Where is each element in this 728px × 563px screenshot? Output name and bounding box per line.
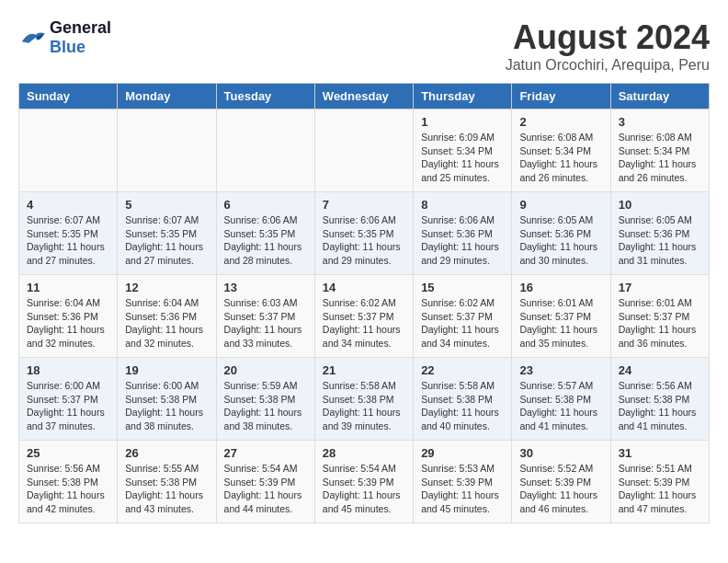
day-number: 7 xyxy=(323,198,405,212)
calendar-cell: 17Sunrise: 6:01 AM Sunset: 5:37 PM Dayli… xyxy=(610,275,709,358)
calendar-cell: 19Sunrise: 6:00 AM Sunset: 5:38 PM Dayli… xyxy=(118,358,216,441)
calendar-week-row: 11Sunrise: 6:04 AM Sunset: 5:36 PM Dayli… xyxy=(19,275,710,358)
calendar-cell: 25Sunrise: 5:56 AM Sunset: 5:38 PM Dayli… xyxy=(19,441,118,523)
day-number: 31 xyxy=(619,446,701,460)
day-info: Sunrise: 6:01 AM Sunset: 5:37 PM Dayligh… xyxy=(619,296,701,350)
calendar-cell: 29Sunrise: 5:53 AM Sunset: 5:39 PM Dayli… xyxy=(414,441,512,523)
calendar-cell: 16Sunrise: 6:01 AM Sunset: 5:37 PM Dayli… xyxy=(512,275,610,358)
calendar-cell: 8Sunrise: 6:06 AM Sunset: 5:36 PM Daylig… xyxy=(414,192,512,275)
day-number: 20 xyxy=(224,363,307,377)
day-info: Sunrise: 6:06 AM Sunset: 5:36 PM Dayligh… xyxy=(421,213,504,268)
day-number: 2 xyxy=(519,115,602,129)
calendar-cell: 23Sunrise: 5:57 AM Sunset: 5:38 PM Dayli… xyxy=(512,358,610,441)
header-tuesday: Tuesday xyxy=(216,84,314,109)
day-info: Sunrise: 5:58 AM Sunset: 5:38 PM Dayligh… xyxy=(421,379,504,433)
day-number: 4 xyxy=(27,198,109,212)
day-info: Sunrise: 6:04 AM Sunset: 5:36 PM Dayligh… xyxy=(27,296,109,350)
day-info: Sunrise: 5:54 AM Sunset: 5:39 PM Dayligh… xyxy=(224,462,307,516)
day-number: 26 xyxy=(125,446,208,460)
calendar-cell: 18Sunrise: 6:00 AM Sunset: 5:37 PM Dayli… xyxy=(19,358,118,441)
day-info: Sunrise: 6:07 AM Sunset: 5:35 PM Dayligh… xyxy=(27,213,109,268)
calendar-cell: 12Sunrise: 6:04 AM Sunset: 5:36 PM Dayli… xyxy=(118,275,216,358)
calendar-cell: 1Sunrise: 6:09 AM Sunset: 5:34 PM Daylig… xyxy=(414,109,512,192)
calendar-cell: 2Sunrise: 6:08 AM Sunset: 5:34 PM Daylig… xyxy=(512,109,610,192)
calendar-cell: 6Sunrise: 6:06 AM Sunset: 5:35 PM Daylig… xyxy=(216,192,314,275)
calendar-cell: 10Sunrise: 6:05 AM Sunset: 5:36 PM Dayli… xyxy=(610,192,709,275)
day-number: 15 xyxy=(421,281,504,294)
day-info: Sunrise: 6:02 AM Sunset: 5:37 PM Dayligh… xyxy=(323,296,405,350)
day-info: Sunrise: 6:09 AM Sunset: 5:34 PM Dayligh… xyxy=(421,131,504,185)
page-title: August 2024 xyxy=(506,18,710,57)
day-info: Sunrise: 6:00 AM Sunset: 5:37 PM Dayligh… xyxy=(27,379,109,433)
calendar-header-row: SundayMondayTuesdayWednesdayThursdayFrid… xyxy=(19,84,710,109)
calendar-cell: 27Sunrise: 5:54 AM Sunset: 5:39 PM Dayli… xyxy=(216,441,314,523)
day-number: 5 xyxy=(125,198,208,212)
day-info: Sunrise: 5:58 AM Sunset: 5:38 PM Dayligh… xyxy=(323,379,405,433)
day-number: 29 xyxy=(421,446,504,460)
logo-icon xyxy=(18,27,46,50)
day-number: 13 xyxy=(224,281,307,294)
calendar-cell: 14Sunrise: 6:02 AM Sunset: 5:37 PM Dayli… xyxy=(314,275,413,358)
calendar-cell xyxy=(118,109,216,192)
day-number: 10 xyxy=(619,198,701,212)
header-monday: Monday xyxy=(118,84,216,109)
day-number: 9 xyxy=(519,198,602,212)
logo: General Blue xyxy=(18,18,111,57)
day-info: Sunrise: 5:56 AM Sunset: 5:38 PM Dayligh… xyxy=(619,379,701,433)
calendar-cell: 13Sunrise: 6:03 AM Sunset: 5:37 PM Dayli… xyxy=(216,275,314,358)
calendar-cell: 31Sunrise: 5:51 AM Sunset: 5:39 PM Dayli… xyxy=(610,441,709,523)
calendar-cell: 5Sunrise: 6:07 AM Sunset: 5:35 PM Daylig… xyxy=(118,192,216,275)
day-info: Sunrise: 5:56 AM Sunset: 5:38 PM Dayligh… xyxy=(27,462,109,516)
day-number: 24 xyxy=(619,363,701,377)
calendar-cell: 9Sunrise: 6:05 AM Sunset: 5:36 PM Daylig… xyxy=(512,192,610,275)
header-sunday: Sunday xyxy=(19,84,118,109)
day-number: 27 xyxy=(224,446,307,460)
calendar-cell: 30Sunrise: 5:52 AM Sunset: 5:39 PM Dayli… xyxy=(512,441,610,523)
day-number: 25 xyxy=(27,446,109,460)
day-info: Sunrise: 6:04 AM Sunset: 5:36 PM Dayligh… xyxy=(125,296,208,350)
calendar-table: SundayMondayTuesdayWednesdayThursdayFrid… xyxy=(18,83,710,523)
calendar-week-row: 25Sunrise: 5:56 AM Sunset: 5:38 PM Dayli… xyxy=(19,441,710,523)
day-info: Sunrise: 5:59 AM Sunset: 5:38 PM Dayligh… xyxy=(224,379,307,433)
page-header: General Blue August 2024 Jatun Orcochiri… xyxy=(18,18,710,74)
header-friday: Friday xyxy=(512,84,610,109)
page-subtitle: Jatun Orcochiri, Arequipa, Peru xyxy=(506,57,710,74)
day-info: Sunrise: 6:06 AM Sunset: 5:35 PM Dayligh… xyxy=(224,213,307,268)
day-number: 22 xyxy=(421,363,504,377)
calendar-cell: 15Sunrise: 6:02 AM Sunset: 5:37 PM Dayli… xyxy=(414,275,512,358)
day-info: Sunrise: 5:53 AM Sunset: 5:39 PM Dayligh… xyxy=(421,462,504,516)
day-info: Sunrise: 5:55 AM Sunset: 5:38 PM Dayligh… xyxy=(125,462,208,516)
day-info: Sunrise: 6:05 AM Sunset: 5:36 PM Dayligh… xyxy=(619,213,701,268)
calendar-cell: 3Sunrise: 6:08 AM Sunset: 5:34 PM Daylig… xyxy=(610,109,709,192)
day-info: Sunrise: 6:08 AM Sunset: 5:34 PM Dayligh… xyxy=(619,131,701,185)
day-number: 18 xyxy=(27,363,109,377)
day-number: 14 xyxy=(323,281,405,294)
calendar-cell: 4Sunrise: 6:07 AM Sunset: 5:35 PM Daylig… xyxy=(19,192,118,275)
day-number: 1 xyxy=(421,115,504,129)
calendar-week-row: 1Sunrise: 6:09 AM Sunset: 5:34 PM Daylig… xyxy=(19,109,710,192)
day-info: Sunrise: 5:54 AM Sunset: 5:39 PM Dayligh… xyxy=(323,462,405,516)
calendar-week-row: 18Sunrise: 6:00 AM Sunset: 5:37 PM Dayli… xyxy=(19,358,710,441)
day-number: 17 xyxy=(619,281,701,294)
day-info: Sunrise: 6:05 AM Sunset: 5:36 PM Dayligh… xyxy=(519,213,602,268)
calendar-cell: 21Sunrise: 5:58 AM Sunset: 5:38 PM Dayli… xyxy=(314,358,413,441)
day-number: 19 xyxy=(125,363,208,377)
day-info: Sunrise: 6:06 AM Sunset: 5:35 PM Dayligh… xyxy=(323,213,405,268)
day-info: Sunrise: 6:00 AM Sunset: 5:38 PM Dayligh… xyxy=(125,379,208,433)
calendar-cell: 24Sunrise: 5:56 AM Sunset: 5:38 PM Dayli… xyxy=(610,358,709,441)
logo-text: General Blue xyxy=(50,18,111,57)
header-wednesday: Wednesday xyxy=(314,84,413,109)
calendar-cell xyxy=(19,109,118,192)
calendar-week-row: 4Sunrise: 6:07 AM Sunset: 5:35 PM Daylig… xyxy=(19,192,710,275)
calendar-cell: 20Sunrise: 5:59 AM Sunset: 5:38 PM Dayli… xyxy=(216,358,314,441)
day-number: 8 xyxy=(421,198,504,212)
calendar-cell: 28Sunrise: 5:54 AM Sunset: 5:39 PM Dayli… xyxy=(314,441,413,523)
day-number: 30 xyxy=(519,446,602,460)
day-info: Sunrise: 6:07 AM Sunset: 5:35 PM Dayligh… xyxy=(125,213,208,268)
day-info: Sunrise: 6:01 AM Sunset: 5:37 PM Dayligh… xyxy=(519,296,602,350)
day-number: 6 xyxy=(224,198,307,212)
day-info: Sunrise: 5:52 AM Sunset: 5:39 PM Dayligh… xyxy=(519,462,602,516)
title-area: August 2024 Jatun Orcochiri, Arequipa, P… xyxy=(506,18,710,74)
calendar-cell: 22Sunrise: 5:58 AM Sunset: 5:38 PM Dayli… xyxy=(414,358,512,441)
day-number: 21 xyxy=(323,363,405,377)
